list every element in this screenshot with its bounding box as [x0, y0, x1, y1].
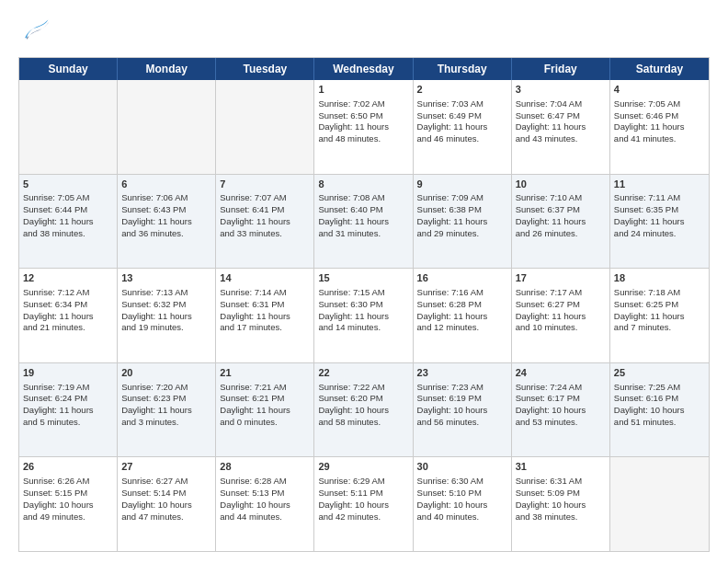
day-cell-7: 7Sunrise: 7:07 AMSunset: 6:41 PMDaylight…	[216, 175, 314, 269]
day-info-line: and 42 minutes.	[318, 511, 408, 523]
day-info-line: Sunrise: 7:02 AM	[318, 98, 408, 110]
day-info-line: Daylight: 11 hours	[220, 311, 310, 323]
day-number: 22	[318, 366, 408, 380]
day-info-line: and 51 minutes.	[614, 417, 705, 429]
day-cell-29: 29Sunrise: 6:29 AMSunset: 5:11 PMDayligh…	[314, 457, 413, 551]
day-info-line: and 53 minutes.	[516, 417, 606, 429]
day-info-line: Sunset: 6:16 PM	[614, 393, 705, 405]
week-row-2: 5Sunrise: 7:05 AMSunset: 6:44 PMDaylight…	[19, 175, 709, 270]
day-number: 19	[23, 366, 113, 380]
day-info-line: Sunset: 6:43 PM	[121, 204, 211, 216]
day-cell-31: 31Sunrise: 6:31 AMSunset: 5:09 PMDayligh…	[512, 457, 610, 551]
day-info-line: Sunset: 6:32 PM	[121, 299, 211, 311]
day-cell-empty-0-0	[19, 80, 118, 174]
day-info-line: and 26 minutes.	[516, 228, 606, 240]
day-number: 13	[121, 271, 211, 285]
day-info-line: Daylight: 11 hours	[318, 121, 408, 133]
day-info-line: Sunrise: 6:29 AM	[318, 476, 408, 488]
day-info-line: Sunrise: 7:15 AM	[318, 287, 408, 299]
day-info-line: Sunrise: 6:27 AM	[121, 476, 211, 488]
day-info-line: Sunset: 6:24 PM	[23, 393, 113, 405]
day-info-line: Daylight: 11 hours	[121, 216, 211, 228]
calendar: SundayMondayTuesdayWednesdayThursdayFrid…	[18, 57, 710, 552]
day-cell-17: 17Sunrise: 7:17 AMSunset: 6:27 PMDayligh…	[512, 269, 610, 362]
day-info-line: Sunrise: 7:03 AM	[417, 98, 507, 110]
day-info-line: Sunrise: 7:18 AM	[614, 287, 705, 299]
day-info-line: Sunrise: 7:04 AM	[516, 98, 606, 110]
day-info-line: Sunset: 6:41 PM	[220, 204, 310, 216]
day-number: 3	[516, 83, 606, 97]
day-header-sunday: Sunday	[19, 58, 118, 80]
day-info-line: and 7 minutes.	[614, 322, 705, 334]
day-header-thursday: Thursday	[414, 58, 512, 80]
day-cell-6: 6Sunrise: 7:06 AMSunset: 6:43 PMDaylight…	[118, 175, 216, 269]
day-info-line: and 47 minutes.	[121, 511, 211, 523]
day-info-line: Daylight: 10 hours	[516, 500, 606, 511]
day-info-line: Sunset: 5:15 PM	[23, 488, 113, 500]
day-number: 21	[220, 366, 310, 380]
day-info-line: Sunrise: 7:08 AM	[318, 192, 408, 204]
day-cell-16: 16Sunrise: 7:16 AMSunset: 6:28 PMDayligh…	[414, 269, 512, 362]
day-cell-4: 4Sunrise: 7:05 AMSunset: 6:46 PMDaylight…	[610, 80, 709, 174]
day-number: 14	[220, 271, 310, 285]
day-info-line: Daylight: 11 hours	[614, 121, 705, 133]
day-info-line: Daylight: 11 hours	[318, 216, 408, 228]
day-info-line: Sunrise: 7:07 AM	[220, 192, 310, 204]
day-info-line: Sunrise: 7:11 AM	[614, 192, 705, 204]
day-info-line: Daylight: 11 hours	[417, 311, 507, 323]
day-info-line: Sunset: 6:44 PM	[23, 204, 113, 216]
day-cell-23: 23Sunrise: 7:23 AMSunset: 6:19 PMDayligh…	[414, 363, 512, 457]
day-number: 30	[417, 460, 507, 474]
day-cell-5: 5Sunrise: 7:05 AMSunset: 6:44 PMDaylight…	[19, 175, 118, 269]
day-info-line: Daylight: 11 hours	[121, 405, 211, 417]
day-info-line: and 38 minutes.	[23, 228, 113, 240]
day-cell-27: 27Sunrise: 6:27 AMSunset: 5:14 PMDayligh…	[118, 457, 216, 551]
day-info-line: Daylight: 10 hours	[516, 405, 606, 417]
day-info-line: Daylight: 11 hours	[23, 311, 113, 323]
day-cell-28: 28Sunrise: 6:28 AMSunset: 5:13 PMDayligh…	[216, 457, 314, 551]
day-cell-8: 8Sunrise: 7:08 AMSunset: 6:40 PMDaylight…	[314, 175, 413, 269]
day-info-line: Sunrise: 6:30 AM	[417, 476, 507, 488]
day-info-line: Sunset: 6:35 PM	[614, 204, 705, 216]
day-headers: SundayMondayTuesdayWednesdayThursdayFrid…	[19, 58, 709, 80]
day-info-line: Sunset: 6:27 PM	[516, 299, 606, 311]
logo	[18, 15, 55, 48]
day-info-line: Daylight: 10 hours	[614, 405, 705, 417]
day-number: 5	[23, 178, 113, 191]
day-number: 15	[318, 271, 408, 285]
day-info-line: Sunset: 6:20 PM	[318, 393, 408, 405]
day-info-line: Daylight: 11 hours	[417, 121, 507, 133]
day-number: 29	[318, 460, 408, 474]
day-info-line: Sunrise: 7:17 AM	[516, 287, 606, 299]
day-info-line: Daylight: 10 hours	[220, 500, 310, 511]
day-info-line: Sunset: 6:49 PM	[417, 110, 507, 122]
day-info-line: Sunrise: 7:14 AM	[220, 287, 310, 299]
day-cell-3: 3Sunrise: 7:04 AMSunset: 6:47 PMDaylight…	[512, 80, 610, 174]
day-info-line: Daylight: 11 hours	[318, 311, 408, 323]
day-number: 28	[220, 460, 310, 474]
day-info-line: Daylight: 11 hours	[220, 216, 310, 228]
day-cell-24: 24Sunrise: 7:24 AMSunset: 6:17 PMDayligh…	[512, 363, 610, 457]
day-info-line: Sunset: 6:50 PM	[318, 110, 408, 122]
day-header-wednesday: Wednesday	[314, 58, 413, 80]
day-cell-15: 15Sunrise: 7:15 AMSunset: 6:30 PMDayligh…	[314, 269, 413, 362]
day-number: 18	[614, 271, 705, 285]
day-number: 24	[516, 366, 606, 380]
day-info-line: Daylight: 11 hours	[516, 121, 606, 133]
day-number: 17	[516, 271, 606, 285]
day-cell-10: 10Sunrise: 7:10 AMSunset: 6:37 PMDayligh…	[512, 175, 610, 269]
day-info-line: Sunrise: 7:05 AM	[23, 192, 113, 204]
day-info-line: and 31 minutes.	[318, 228, 408, 240]
day-info-line: Daylight: 11 hours	[121, 311, 211, 323]
calendar-body: 1Sunrise: 7:02 AMSunset: 6:50 PMDaylight…	[19, 80, 709, 551]
day-cell-empty-0-2	[216, 80, 314, 174]
day-info-line: Daylight: 10 hours	[417, 405, 507, 417]
day-info-line: Sunset: 6:47 PM	[516, 110, 606, 122]
day-info-line: and 5 minutes.	[23, 417, 113, 429]
day-info-line: Daylight: 10 hours	[318, 405, 408, 417]
week-row-4: 19Sunrise: 7:19 AMSunset: 6:24 PMDayligh…	[19, 363, 709, 458]
day-info-line: Sunset: 5:11 PM	[318, 488, 408, 500]
day-info-line: and 24 minutes.	[614, 228, 705, 240]
day-info-line: Sunrise: 7:23 AM	[417, 382, 507, 394]
day-cell-empty-4-6	[610, 457, 709, 551]
